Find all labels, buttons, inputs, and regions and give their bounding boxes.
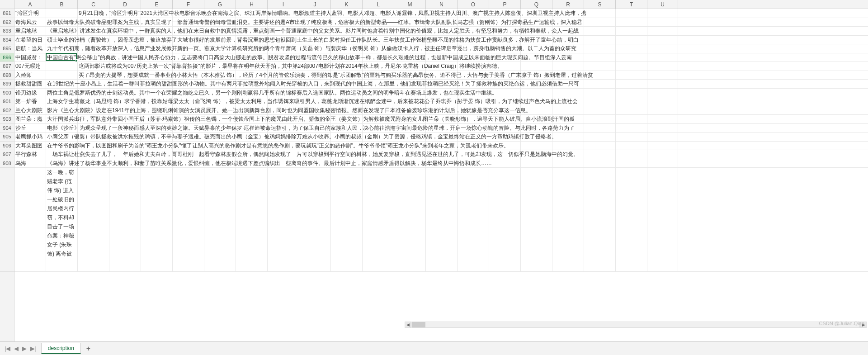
cell[interactable] [521,62,552,71]
cell[interactable]: 一场车祸让杜燕失去了儿子，一年后她和丈夫白岭，哥哥杜刚一起看守森林度假会所，偶然… [46,150,78,159]
cell[interactable] [521,142,552,150]
col-header-R[interactable]: R [552,0,584,9]
cell[interactable] [616,36,647,44]
cell[interactable] [647,142,678,150]
cell[interactable] [647,106,678,115]
cell[interactable]: 重启地球 [14,27,46,35]
col-header-F[interactable]: F [173,0,204,9]
cell[interactable]: 老鹰抓小鸡 [14,133,46,141]
cell[interactable] [616,71,647,80]
col-header-S[interactable]: S [584,0,616,9]
cell[interactable] [46,71,78,80]
nav-next-icon[interactable]: ▶ [22,345,27,352]
cell[interactable] [647,159,678,168]
col-header-D[interactable]: D [109,0,141,9]
add-sheet-button[interactable]: + [82,345,95,353]
cell[interactable] [584,106,616,115]
cell[interactable] [647,53,678,62]
cell[interactable] [584,18,616,27]
cell[interactable] [552,159,584,168]
cell[interactable] [173,168,204,271]
row-header[interactable]: 904 [0,124,14,133]
cell[interactable] [647,150,678,159]
cell[interactable] [521,89,552,97]
cell[interactable] [584,159,616,168]
cell[interactable] [647,80,678,88]
col-header-K[interactable]: K [331,0,363,9]
nav-prev-icon[interactable]: ◀ [14,345,19,352]
cell[interactable] [236,168,268,271]
cell[interactable]: 毒海风云 [14,18,46,27]
cell[interactable] [647,124,678,133]
cell[interactable] [616,159,647,168]
cell[interactable] [552,168,584,271]
cell[interactable] [616,18,647,27]
cell[interactable] [647,71,678,80]
horizontal-scrollbar[interactable]: ◀ ▶ [411,322,860,328]
sheet-tab-description[interactable]: description [41,343,81,354]
col-header-I[interactable]: I [268,0,299,9]
cell[interactable]: 9月21日晚，"湾区升明月"2021大湾区中秋电影音乐晚会在南海之滨、珠江两岸深… [78,9,109,18]
cell[interactable] [552,133,584,141]
cell[interactable]: 上海女学生葛薇龙（马思纯 饰）求学香港，投靠姑母梁太太（俞飞鸿 饰），被梁太太利… [46,97,78,106]
cell[interactable]: 这两部影片或将成为007历史上第一次"背靠背拍摄"的影片，最早将在明年秋天开拍，… [78,62,109,71]
row-header[interactable]: 895 [0,44,14,53]
cell[interactable] [616,97,647,106]
cell[interactable] [46,62,78,71]
cell[interactable] [584,89,616,97]
cell[interactable] [616,142,647,150]
col-header-P[interactable]: P [489,0,521,9]
col-header-H[interactable]: H [236,0,268,9]
cell[interactable]: 大汗国派兵出征，军队意外带回小国王后（苏菲·玛索饰）祖传的三色镯，一个侵蚀帝国上… [46,115,78,123]
cell[interactable] [584,80,616,88]
row-header[interactable]: 894 [0,36,14,45]
cell[interactable]: 拯救甜甜圈 [14,80,46,88]
cell[interactable]: 入殓师 [14,71,46,80]
select-all-corner[interactable] [0,0,14,9]
cell[interactable] [647,36,678,44]
cell[interactable] [647,18,678,27]
row-header[interactable]: 891 [0,9,14,18]
cell[interactable] [584,36,616,44]
row-header[interactable]: 908 [0,159,14,168]
col-header-C[interactable]: C [78,0,109,9]
col-header-U[interactable]: U [647,0,678,9]
row-header[interactable]: 893 [0,27,14,36]
cell[interactable] [109,168,141,271]
cell[interactable]: 兰心大剧院 [14,106,46,115]
cell[interactable] [521,168,552,271]
cell[interactable] [268,168,299,271]
cell[interactable] [552,142,584,150]
cell[interactable] [647,97,678,106]
row-header[interactable]: 892 [0,18,14,27]
row-header[interactable]: 898 [0,71,14,80]
cell[interactable] [394,168,426,271]
cell[interactable]: 第一炉香 [14,97,46,106]
cell[interactable] [647,133,678,141]
cell[interactable] [584,150,616,159]
col-header-O[interactable]: O [458,0,489,9]
col-header-M[interactable]: M [394,0,426,9]
cell[interactable] [552,62,584,71]
cell[interactable] [616,89,647,97]
cell[interactable] [616,62,647,71]
cell[interactable] [584,97,616,106]
row-header[interactable]: 901 [0,97,14,106]
cell[interactable] [616,9,647,18]
cell[interactable] [584,53,616,62]
row-header[interactable]: 896 [0,53,14,62]
cell[interactable]: 故事以缉毒大队捣破毒品犯罪案为主线，真实呈现了一部普通缉毒警的缉毒雪血泪史。主要… [46,18,78,27]
cell[interactable]: 在希望的日 [14,36,46,44]
cell[interactable] [616,168,647,271]
cell[interactable] [458,168,489,271]
cell[interactable]: 中国减贫： [14,53,46,62]
col-header-A[interactable]: A [14,0,46,9]
col-header-B[interactable]: B [46,0,78,9]
cell[interactable] [78,168,109,271]
cell[interactable] [616,106,647,115]
cell[interactable]: 《乌海》讲述了杨华事业不太顺利，和妻子苗唯关系激化，爱恨纠缠，他在极端境遇下差点… [46,159,78,168]
nav-first-icon[interactable]: |◀ [5,345,10,352]
cell[interactable] [299,168,331,271]
cell[interactable]: 硕士毕业的张楠（曹骏饰），因母亲患癌，被迫放弃了大城市很好的发展前景，背着沉重的… [46,36,78,44]
row-header[interactable]: 903 [0,115,14,124]
